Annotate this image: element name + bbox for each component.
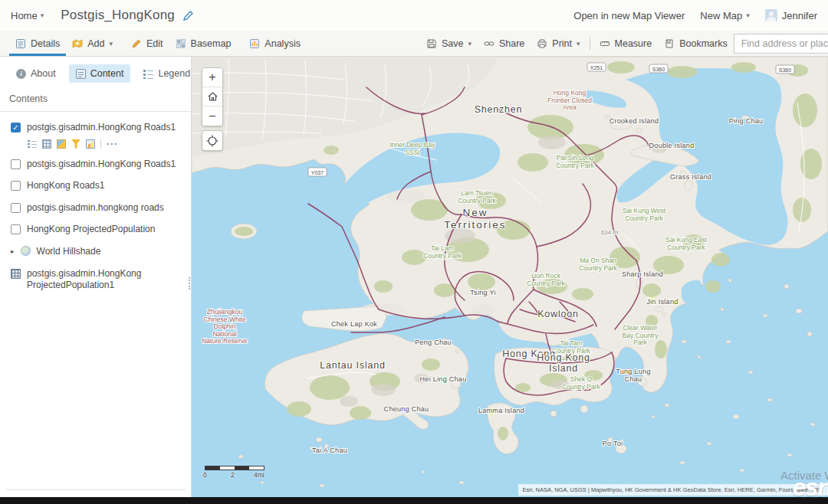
layer-item[interactable]: HongKong ProjectedPopulation [0,217,191,239]
more-options-button[interactable]: ··· [107,142,118,146]
svg-text:S360: S360 [652,67,665,72]
layer-item[interactable]: ▸World Hillshade [0,239,191,261]
print-button[interactable]: Print ▾ [531,31,586,56]
layer-checkbox[interactable] [11,203,21,213]
layer-checkbox[interactable]: ✓ [11,123,21,133]
layer-checkbox[interactable] [11,224,21,234]
zoom-controls: + − [202,67,223,126]
layer-label[interactable]: postgis.gisadmin.HongKong Roads1 [27,122,176,134]
edit-title-icon[interactable] [182,10,194,21]
sidebar-resize-handle[interactable] [189,277,190,290]
search-input[interactable] [734,34,828,54]
edit-button[interactable]: Edit [125,31,169,56]
map-label: Double Island [649,142,695,149]
tab-legend[interactable]: Legend [136,64,197,83]
layer-item[interactable]: HongKong Roads1 [0,173,191,195]
map-canvas[interactable]: X251S360S360Y037 ShenzhenHong KongFronti… [192,57,828,497]
map-label: Kowloon [537,309,579,319]
map-label: Chek Lap Kok [331,320,377,328]
map-label: Shenzhen [475,104,523,115]
tab-legend-label: Legend [158,68,190,79]
find-my-location-button[interactable] [202,130,223,151]
analysis-button[interactable]: Analysis [243,31,307,56]
toolbar-divider [590,37,590,50]
home-extent-button[interactable] [202,87,222,106]
basemap-button[interactable]: Basemap [169,31,238,56]
share-link-icon [484,38,495,49]
add-button[interactable]: Add ▾ [66,31,119,56]
layer-label[interactable]: World Hillshade [37,246,101,258]
globe-icon [21,246,31,256]
details-icon [15,38,26,49]
map-label: Jin Island [646,298,678,306]
app-header: Home ▾ Postgis_HongKong Open in new Map … [0,0,828,31]
map-label: Tai A Chau [312,447,347,454]
change-style-icon[interactable] [57,139,66,149]
avatar [765,9,777,21]
perform-analysis-icon[interactable] [86,139,95,149]
chevron-down-icon: ▾ [746,11,750,19]
layer-item[interactable]: postgis.gisadmin.HongKong ProjectedPopul… [0,261,191,295]
measure-label: Measure [615,38,652,49]
layer-checkbox[interactable] [11,181,21,191]
edit-pencil-icon [131,38,142,49]
measure-button[interactable]: Measure [593,31,659,56]
map-label: Peng Chau [415,339,452,346]
map-label: Lantau Island [320,360,385,371]
tab-content[interactable]: Content [69,64,131,83]
legend-icon [143,69,153,79]
road-shield: S360 [649,64,668,73]
map-viewer-app: Home ▾ Postgis_HongKong Open in new Map … [0,0,828,504]
layer-label[interactable]: HongKong ProjectedPopulation [27,224,155,236]
filter-icon[interactable] [71,139,80,149]
tab-content-label: Content [90,68,124,79]
user-menu[interactable]: Jennifer [765,9,817,21]
zoom-in-button[interactable]: + [202,68,222,87]
map-label: Lion RockCountry Park [527,272,565,287]
table-icon [11,269,21,279]
tools-divider [100,139,101,148]
layer-label[interactable]: postgis.gisadmin.HongKong ProjectedPopul… [27,268,183,292]
map-label: Po Toi [603,440,623,447]
map-label: Ma On ShanCountry Park [579,257,617,272]
tab-about-label: About [31,68,56,79]
layer-list: ✓postgis.gisadmin.HongKong Roads1···post… [0,112,191,295]
expand-caret-icon[interactable]: ▸ [11,247,15,257]
map-attribution: Esri, NASA, NGA, USGS | Mapwithyou, HK G… [518,484,828,496]
save-button[interactable]: Save ▾ [420,31,478,56]
scale-label: 2 [231,471,235,479]
layer-item[interactable]: postgis.gisadmin.HongKong Roads1 [0,152,191,174]
layer-label[interactable]: postgis.gisadmin.hongkong roads [27,202,164,214]
show-table-icon[interactable] [42,139,51,149]
layer-item[interactable]: ✓postgis.gisadmin.HongKong Roads1 [0,115,191,137]
esri-logo: esri [793,474,828,497]
map-label: Ping Chau [729,117,764,125]
road-shield: X251 [587,63,606,71]
show-legend-icon[interactable] [28,139,37,149]
new-map-menu[interactable]: New Map ▾ [700,10,749,21]
chevron-down-icon: ▾ [41,11,44,19]
layer-label[interactable]: HongKong Roads1 [27,180,104,192]
map-label: Hei Ling Chau [420,375,467,383]
bookmarks-label: Bookmarks [679,38,728,49]
open-new-map-viewer-link[interactable]: Open in new Map Viewer [573,10,685,21]
bookmarks-button[interactable]: Bookmarks [658,31,734,56]
layer-label[interactable]: postgis.gisadmin.HongKong Roads1 [27,159,176,171]
home-menu[interactable]: Home ▾ [11,10,44,21]
details-button[interactable]: Details [9,31,66,56]
bottom-strip [0,497,828,504]
add-layer-icon [72,38,83,49]
map-label: Tsing Yi [470,289,495,296]
map-label: Lamma Island [478,407,524,414]
print-icon [537,38,547,49]
map-label: Cheung Chau [384,405,429,413]
layer-item[interactable]: postgis.gisadmin.hongkong roads [0,195,191,218]
tab-about[interactable]: About [9,64,63,83]
zoom-out-button[interactable]: − [202,106,222,126]
layer-checkbox[interactable] [11,159,21,169]
print-label: Print [552,38,572,49]
scale-label: 4mi [254,471,264,479]
svg-text:X251: X251 [590,65,603,70]
share-button[interactable]: Share [478,31,531,56]
svg-text:S360: S360 [779,67,791,73]
